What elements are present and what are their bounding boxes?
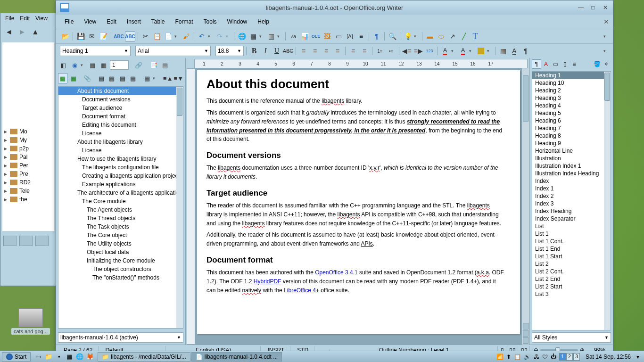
- document-page[interactable]: About this document This document is the…: [197, 70, 520, 334]
- menu-window[interactable]: Window: [223, 16, 252, 27]
- nav-tree-item[interactable]: The libagents configuration file: [58, 163, 183, 172]
- align-left-button[interactable]: ≡: [298, 46, 309, 56]
- style-item[interactable]: Index 3: [532, 200, 611, 207]
- nav-scrollbar[interactable]: [176, 87, 183, 328]
- nav-link-icon[interactable]: 🔗: [133, 60, 144, 70]
- show-desktop-icon[interactable]: ▭: [33, 353, 43, 361]
- nav-tree-item[interactable]: Document versions: [58, 95, 183, 104]
- numbered-list-button[interactable]: 1≡: [375, 46, 385, 56]
- frame-styles-icon[interactable]: ▭: [551, 59, 560, 69]
- copy-icon[interactable]: 📋: [152, 31, 162, 41]
- bgcolor-button[interactable]: [476, 46, 486, 56]
- style-item[interactable]: Index 2: [532, 192, 611, 200]
- style-item[interactable]: Heading 1: [532, 72, 611, 79]
- style-item[interactable]: Heading 8: [532, 132, 611, 140]
- fm-folder-item[interactable]: Mo: [19, 128, 27, 135]
- nav-move-up-icon[interactable]: ▤: [117, 73, 127, 83]
- arrow-icon[interactable]: ↗: [447, 31, 458, 41]
- nav-tree-item[interactable]: Document format: [58, 112, 183, 121]
- nav-tree-item[interactable]: Example applications: [58, 180, 183, 189]
- nav-header-icon[interactable]: ▤: [160, 60, 170, 70]
- bullet-list-button[interactable]: •≡: [386, 46, 396, 56]
- page-styles-icon[interactable]: ▯: [560, 59, 570, 69]
- nav-grid1-icon[interactable]: ▦: [87, 60, 98, 70]
- fm-menu-file[interactable]: File: [5, 15, 14, 22]
- nav-list-box-icon[interactable]: ▦: [68, 73, 78, 83]
- start-button[interactable]: Start: [2, 352, 31, 362]
- line-icon[interactable]: ╱: [459, 31, 469, 41]
- fm-folder-item[interactable]: My: [19, 137, 27, 143]
- style-item[interactable]: Heading 9: [532, 140, 611, 147]
- nav-globe-icon[interactable]: ◉: [69, 60, 80, 70]
- redo-icon[interactable]: ↷: [215, 31, 225, 41]
- forward-icon[interactable]: ►: [17, 26, 28, 38]
- fm-icon-view[interactable]: [3, 236, 17, 246]
- style-item[interactable]: Illustration Index Heading: [532, 170, 611, 177]
- nav-tree-item[interactable]: License: [58, 129, 183, 138]
- fm-folder-item[interactable]: RD2: [19, 179, 31, 186]
- nav-tree-item[interactable]: The Core object: [58, 231, 183, 239]
- format-paintbrush-icon[interactable]: 🖌: [181, 31, 191, 41]
- help-icon[interactable]: 💡: [403, 31, 413, 41]
- style-item[interactable]: List 1 End: [532, 245, 611, 253]
- nav-target-button[interactable]: [523, 330, 528, 337]
- bgcolor-dropdown[interactable]: ▾: [487, 49, 493, 53]
- fm-list-view[interactable]: [19, 236, 33, 246]
- nav-tree-item[interactable]: The Agent objects: [58, 206, 183, 214]
- style-item[interactable]: Index Separator: [532, 215, 611, 222]
- underline-button[interactable]: U: [272, 46, 282, 56]
- ole-icon[interactable]: OLE: [311, 31, 321, 41]
- nav-tree-item[interactable]: The "onStarted()" methods: [58, 273, 183, 282]
- style-item[interactable]: List 3: [532, 290, 611, 298]
- fm-folder-item[interactable]: Per: [19, 162, 28, 169]
- rect-icon[interactable]: ▬: [425, 31, 435, 41]
- taskbar-task[interactable]: 📄 libagents-manual-1.0.4.odt ...: [191, 352, 282, 362]
- ellipse-icon[interactable]: ⬭: [436, 31, 446, 41]
- spellcheck-icon[interactable]: ABC: [114, 31, 124, 41]
- chart-icon[interactable]: 📊: [299, 31, 310, 41]
- hyperlink-icon[interactable]: 🌐: [237, 31, 247, 41]
- nav-tree-item[interactable]: Creating a libagents application project: [58, 172, 183, 180]
- paste-dropdown[interactable]: ▾: [174, 34, 180, 39]
- styles-scrollbar[interactable]: [604, 72, 611, 330]
- style-item[interactable]: List 2: [532, 260, 611, 268]
- italic-button[interactable]: I: [260, 46, 271, 56]
- fm-folder-item[interactable]: the: [19, 196, 27, 203]
- style-item[interactable]: Index Heading: [532, 207, 611, 215]
- doc-link[interactable]: LibreOffice 4+: [284, 287, 319, 294]
- firefox-icon[interactable]: 🦊: [85, 353, 95, 361]
- tray-shield-icon[interactable]: 🛡: [542, 354, 548, 360]
- close-document-button[interactable]: ✕: [603, 18, 609, 25]
- style-item[interactable]: Illustration Index 1: [532, 162, 611, 170]
- style-item[interactable]: Horizontal Line: [532, 147, 611, 155]
- tray-collapse-icon[interactable]: ▾: [636, 354, 639, 360]
- style-item[interactable]: Heading 6: [532, 117, 611, 124]
- navigator-tree[interactable]: About this documentDocument versionsTarg…: [58, 86, 183, 329]
- nav-tree-item[interactable]: Editing this document: [58, 121, 183, 129]
- page-down-button[interactable]: [523, 337, 528, 344]
- autospellcheck-icon[interactable]: ABC: [125, 31, 135, 41]
- tray-updates-icon[interactable]: ⬆: [506, 354, 511, 360]
- fm-menu-edit[interactable]: Edit: [20, 15, 30, 22]
- select-all-button[interactable]: ▦: [498, 46, 508, 56]
- tray-volume-icon[interactable]: 🔊: [524, 354, 531, 360]
- menu-insert[interactable]: Insert: [122, 16, 146, 27]
- formula-icon[interactable]: √a: [288, 31, 298, 41]
- tray-clipboard-icon[interactable]: 📋: [514, 354, 521, 360]
- style-item[interactable]: Heading 5: [532, 109, 611, 117]
- nav-grid2-icon[interactable]: ▦: [99, 60, 109, 70]
- align-center-button[interactable]: ≡: [310, 46, 320, 56]
- nav-tree-item[interactable]: About the libagents library: [58, 138, 183, 146]
- style-item[interactable]: List 2 Start: [532, 283, 611, 290]
- workspace-1[interactable]: 1: [559, 353, 566, 361]
- style-item[interactable]: Illustration: [532, 155, 611, 162]
- page-up-button[interactable]: [523, 323, 528, 329]
- character-styles-icon[interactable]: A: [541, 59, 551, 69]
- close-button[interactable]: ✕: [602, 4, 609, 11]
- redo-dropdown[interactable]: ▾: [226, 34, 231, 39]
- nav-demote-icon[interactable]: ▤: [107, 73, 116, 83]
- style-item[interactable]: Index: [532, 177, 611, 185]
- minimize-button[interactable]: —: [577, 4, 585, 11]
- text-frame-icon[interactable]: [A]: [345, 31, 355, 41]
- clock[interactable]: Sat 14 Sep, 12:56: [583, 354, 634, 360]
